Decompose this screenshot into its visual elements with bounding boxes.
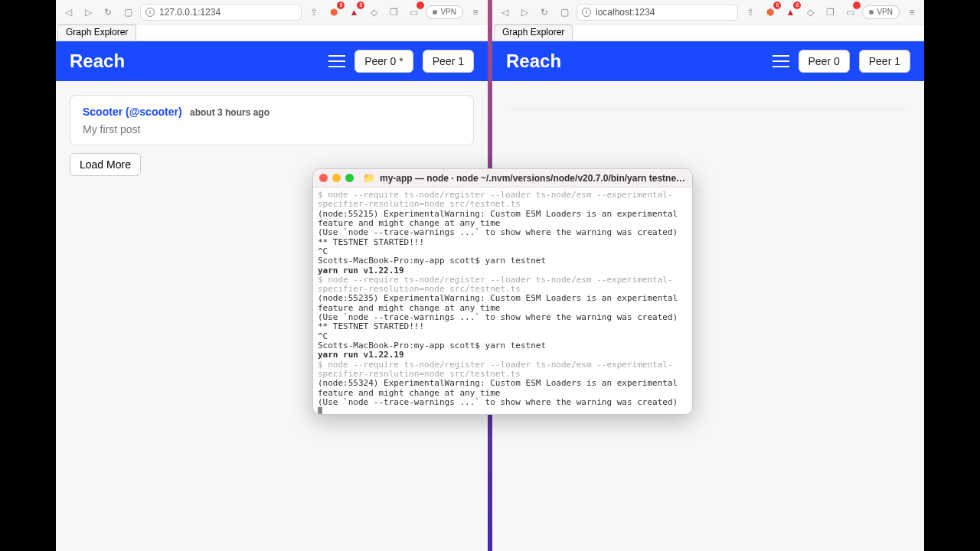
post-time: about 3 hours ago bbox=[190, 107, 270, 118]
wallet-badge bbox=[416, 2, 424, 9]
copy-icon[interactable]: ❐ bbox=[822, 5, 838, 20]
forward-icon[interactable]: ▷ bbox=[80, 5, 96, 20]
wallet-icon[interactable]: ▭ bbox=[406, 5, 421, 20]
app-brand: Reach bbox=[506, 51, 561, 72]
terminal-line: ** TESTNET STARTED!!! bbox=[318, 238, 688, 247]
extension-icon[interactable]: ◇ bbox=[802, 5, 818, 20]
terminal-line: $ node --require ts-node/register --load… bbox=[318, 276, 688, 295]
post-author: Scooter (@scooter) bbox=[83, 106, 182, 118]
wallet-icon[interactable]: ▭ bbox=[842, 5, 858, 20]
address-bar[interactable]: i localhost:1234 bbox=[577, 4, 738, 21]
minimize-icon[interactable] bbox=[332, 174, 341, 182]
info-icon: i bbox=[145, 8, 155, 17]
terminal-title: my-app — node ∙ node ~/.nvm/versions/nod… bbox=[380, 173, 686, 184]
peer-1-button[interactable]: Peer 1 bbox=[859, 50, 910, 73]
terminal-window[interactable]: 📁 my-app — node ∙ node ~/.nvm/versions/n… bbox=[312, 168, 693, 415]
tab-strip: Graph Explorer bbox=[492, 24, 924, 41]
vpn-pill[interactable]: VPN bbox=[862, 5, 900, 19]
folder-icon: 📁 bbox=[363, 172, 375, 184]
address-bar[interactable]: i 127.0.0.1:1234 bbox=[140, 4, 302, 21]
reload-icon[interactable]: ↻ bbox=[100, 5, 116, 20]
address-text: 127.0.0.1:1234 bbox=[159, 7, 220, 18]
terminal-line: (node:55215) ExperimentalWarning: Custom… bbox=[318, 210, 688, 229]
back-icon[interactable]: ◁ bbox=[497, 5, 512, 20]
address-text: localhost:1234 bbox=[596, 7, 655, 18]
alert-icon[interactable]: ▲8 bbox=[346, 5, 361, 20]
shield-badge: 8 bbox=[773, 2, 781, 9]
close-icon[interactable] bbox=[319, 174, 328, 182]
post-body: My first post bbox=[83, 123, 461, 135]
terminal-line: $ node --require ts-node/register --load… bbox=[318, 191, 688, 210]
copy-icon[interactable]: ❐ bbox=[386, 5, 401, 20]
menu-icon[interactable] bbox=[773, 55, 789, 67]
tab-graph-explorer[interactable]: Graph Explorer bbox=[494, 24, 573, 41]
extension-icon[interactable]: ◇ bbox=[366, 5, 381, 20]
browser-toolbar: ◁ ▷ ↻ ▢ i localhost:1234 ⇪ ⬢8 ▲8 ◇ ❐ ▭ V… bbox=[492, 0, 924, 24]
terminal-titlebar[interactable]: 📁 my-app — node ∙ node ~/.nvm/versions/n… bbox=[313, 169, 692, 187]
brave-shield-icon[interactable]: ⬢8 bbox=[763, 5, 778, 20]
tab-graph-explorer[interactable]: Graph Explorer bbox=[57, 24, 136, 41]
hamburger-icon[interactable]: ≡ bbox=[904, 5, 920, 20]
terminal-line: yarn run v1.22.19 bbox=[318, 266, 688, 276]
tab-strip: Graph Explorer bbox=[56, 24, 488, 41]
terminal-line: (Use `node --trace-warnings ...` to show… bbox=[318, 228, 688, 237]
info-icon: i bbox=[582, 8, 591, 17]
back-icon[interactable]: ◁ bbox=[60, 5, 76, 20]
bookmark-icon[interactable]: ▢ bbox=[557, 5, 572, 20]
alert-badge: 8 bbox=[357, 2, 364, 9]
app-header: Reach Peer 0 Peer 1 bbox=[492, 41, 924, 81]
post-card[interactable]: Scooter (@scooter) about 3 hours ago My … bbox=[70, 95, 474, 145]
peer-1-button[interactable]: Peer 1 bbox=[423, 50, 474, 73]
vpn-pill[interactable]: VPN bbox=[426, 5, 463, 19]
load-more-button[interactable]: Load More bbox=[70, 153, 141, 176]
terminal-body[interactable]: $ node --require ts-node/register --load… bbox=[313, 187, 692, 414]
terminal-line: ** TESTNET STARTED!!! bbox=[318, 322, 688, 331]
terminal-line: (node:55235) ExperimentalWarning: Custom… bbox=[318, 294, 688, 313]
terminal-line: Scotts-MacBook-Pro:my-app scott$ yarn te… bbox=[318, 256, 688, 266]
wallet-badge bbox=[853, 2, 861, 9]
peer-0-button[interactable]: Peer 0 * bbox=[354, 50, 413, 73]
alert-badge: 8 bbox=[793, 2, 801, 9]
terminal-line: $ node --require ts-node/register --load… bbox=[318, 360, 688, 380]
traffic-lights[interactable] bbox=[319, 174, 354, 182]
shield-badge: 8 bbox=[337, 2, 345, 9]
zoom-icon[interactable] bbox=[345, 174, 354, 182]
share-icon[interactable]: ⇪ bbox=[743, 5, 758, 20]
alert-icon[interactable]: ▲8 bbox=[782, 5, 798, 20]
terminal-line: yarn run v1.22.19 bbox=[318, 350, 688, 360]
terminal-line: (node:55324) ExperimentalWarning: Custom… bbox=[318, 379, 688, 398]
browser-toolbar: ◁ ▷ ↻ ▢ i 127.0.0.1:1234 ⇪ ⬢8 ▲8 ◇ ❐ ▭ V… bbox=[56, 0, 488, 24]
cursor-icon bbox=[318, 407, 322, 414]
bookmark-icon[interactable]: ▢ bbox=[120, 5, 136, 20]
share-icon[interactable]: ⇪ bbox=[306, 5, 322, 20]
app-brand: Reach bbox=[70, 51, 125, 72]
app-header: Reach Peer 0 * Peer 1 bbox=[56, 41, 488, 81]
menu-icon[interactable] bbox=[328, 55, 345, 67]
peer-0-button[interactable]: Peer 0 bbox=[799, 50, 850, 73]
reload-icon[interactable]: ↻ bbox=[537, 5, 552, 20]
hamburger-icon[interactable]: ≡ bbox=[468, 5, 483, 20]
forward-icon[interactable]: ▷ bbox=[517, 5, 532, 20]
brave-shield-icon[interactable]: ⬢8 bbox=[326, 5, 341, 20]
empty-divider bbox=[511, 109, 906, 109]
terminal-line: (Use `node --trace-warnings ...` to show… bbox=[318, 398, 688, 407]
